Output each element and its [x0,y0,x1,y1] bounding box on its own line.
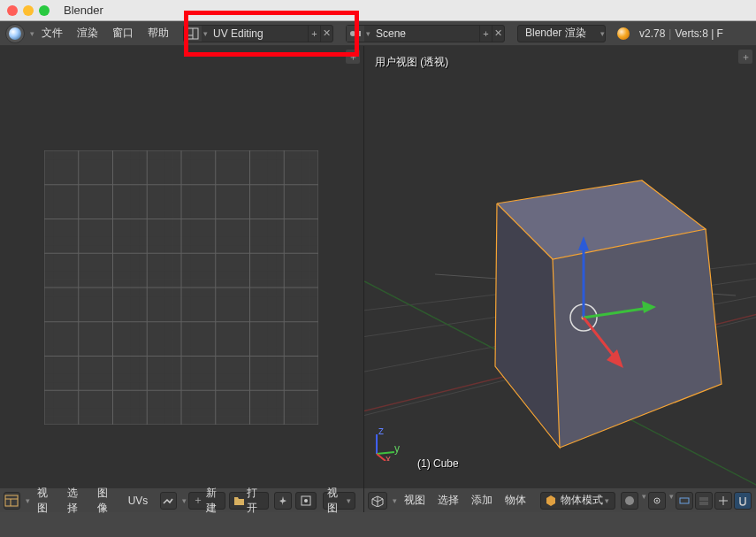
chevron-down-icon: ▾ [182,496,187,505]
scene-selector[interactable]: ▾ Scene + ✕ [346,25,505,42]
layers-button-1[interactable] [676,492,693,510]
uv-menu-uvs[interactable]: UVs [123,492,154,510]
scene-icon [347,26,364,42]
svg-line-100 [377,454,386,461]
close-button[interactable] [7,5,18,16]
version-text: v2.78 [639,27,665,40]
3d-menu-select[interactable]: 选择 [432,490,464,510]
viewport3d-pane: ＋ 用户视图 (透视) [364,46,756,512]
scene-label: Scene [370,27,479,40]
viewport3d-footer: ▾ 视图 选择 添加 物体 物体模式 ▾ ▾ ▾ [364,487,756,512]
menu-render[interactable]: 渲染 [70,23,105,43]
cube-render [400,81,753,479]
svg-point-104 [656,500,658,502]
editor-type-3d-icon[interactable] [368,492,387,510]
svg-rect-73 [5,495,18,506]
menu-window[interactable]: 窗口 [105,23,141,43]
maximize-button[interactable] [39,5,50,16]
chevron-down-icon: ▾ [642,492,646,510]
layout-remove-button[interactable]: ✕ [320,26,332,42]
viewport3d-canvas[interactable]: ＋ 用户视图 (透视) [364,46,756,487]
layout-add-button[interactable]: + [308,26,320,42]
chevron-down-icon: ▾ [26,496,30,505]
separator: | [668,27,671,40]
svg-point-77 [304,499,308,502]
layout-icon [184,26,202,42]
minimize-button[interactable] [23,5,34,16]
3d-menu-add[interactable]: 添加 [466,490,498,510]
window-title: Blender [64,4,103,17]
chevron-down-icon: ▾ [393,496,397,505]
chevron-down-icon: ▾ [600,29,605,38]
pivot-point-button[interactable] [648,492,666,510]
uv-menu-image[interactable]: 图像 [92,483,120,518]
engine-selector[interactable]: Blender 渲染 ▾ [517,25,606,42]
shading-button[interactable] [621,492,638,510]
object-mode-icon [545,495,557,507]
layout-label: UV Editing [208,27,308,40]
view-mode-label: 视图 [327,486,344,516]
new-image-button[interactable]: ＋ 新建 [188,492,226,510]
mode-selector[interactable]: 物体模式 ▾ [540,492,615,510]
scene-add-button[interactable]: + [479,26,492,42]
svg-rect-105 [680,498,689,503]
layout-selector[interactable]: ▾ UV Editing + ✕ [183,25,333,42]
menu-help[interactable]: 帮助 [141,23,176,43]
svg-marker-87 [553,229,722,448]
svg-text:x: x [386,453,391,461]
viewport-header-text: 用户视图 (透视) [375,55,448,70]
uv-editor-footer: ▾ 视图 选择 图像 UVs ▾ ＋ 新建 打开 [0,487,363,512]
info-header: ▾ 文件 渲染 窗口 帮助 ▾ UV Editing + ✕ ▾ Scene +… [0,21,756,46]
chevron-down-icon: ▾ [347,496,351,505]
new-image-label: 新建 [206,486,222,516]
uv-menu-select[interactable]: 选择 [62,483,90,518]
uv-editor-pane: ＋ [0,46,364,512]
svg-point-3 [350,31,355,36]
open-image-button[interactable]: 打开 [229,492,269,510]
svg-rect-107 [699,502,708,505]
split-area-handle[interactable]: ＋ [738,50,752,64]
svg-rect-106 [699,497,708,501]
object-name-text: (1) Cube [417,457,459,470]
split-area-handle[interactable]: ＋ [346,50,360,64]
layers-button-2[interactable] [695,492,713,510]
svg-point-102 [625,496,634,505]
pin-button[interactable] [274,492,292,510]
engine-label: Blender 渲染 [520,26,599,41]
uv-canvas[interactable]: ＋ [0,46,363,487]
image-datablock-icon[interactable] [160,492,177,510]
chevron-down-icon: ▾ [605,496,609,505]
blender-logo-icon [615,25,632,42]
transform-orientation-button[interactable] [714,492,732,510]
svg-rect-4 [355,31,361,36]
menu-file[interactable]: 文件 [34,23,70,43]
svg-text:y: y [394,442,400,455]
editor-type-uv-icon[interactable] [4,492,20,510]
stats-text: Verts:8 | F [675,27,722,40]
editor-type-selector[interactable] [5,24,25,43]
window-titlebar: Blender [0,0,756,21]
uv-menu-view[interactable]: 视图 [32,483,60,518]
axis-indicator: z y x [370,426,405,461]
svg-text:z: z [378,426,384,437]
workspace: ＋ [0,46,756,512]
scene-remove-button[interactable]: ✕ [492,26,504,42]
uv-grid [44,150,318,425]
open-image-label: 打开 [247,486,264,516]
3d-menu-view[interactable]: 视图 [399,490,431,510]
view-mode-selector[interactable]: 视图 ▾ [323,492,355,510]
pivot-selector[interactable] [295,492,317,510]
mode-label: 物体模式 [561,493,603,508]
chevron-down-icon: ▾ [669,492,674,510]
3d-menu-object[interactable]: 物体 [500,490,531,510]
snap-button[interactable] [734,492,752,510]
